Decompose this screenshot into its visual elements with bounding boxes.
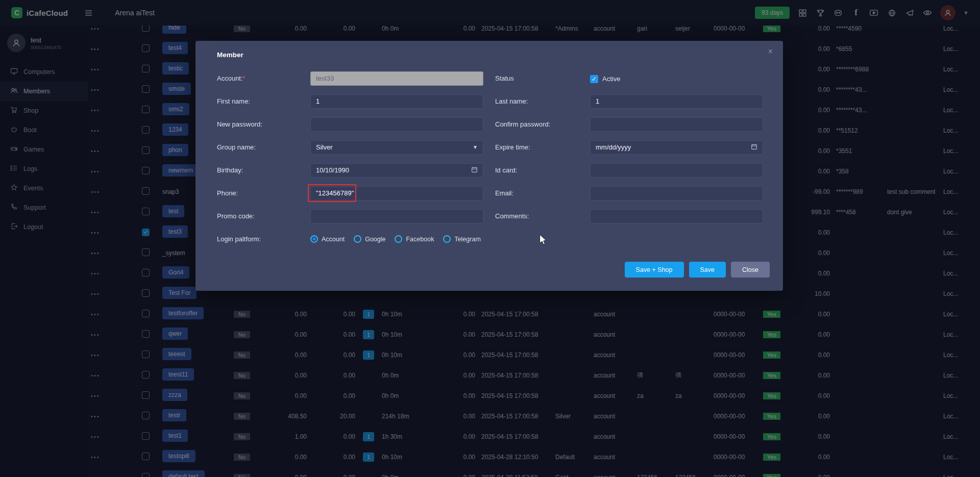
account-label: Account:* (217, 74, 310, 82)
phone-field[interactable] (310, 186, 483, 200)
platform-option-label: Telegram (454, 236, 480, 243)
first-name-label: First name: (217, 97, 310, 105)
confirm-password-field[interactable] (590, 117, 763, 132)
select-caret-icon: ▼ (473, 144, 478, 150)
platform-option-label: Google (365, 236, 385, 243)
calendar-icon[interactable] (751, 143, 757, 152)
email-field[interactable] (590, 186, 763, 200)
platform-options: AccountGoogleFacebookTelegram (310, 235, 481, 243)
platform-option-label: Facebook (406, 236, 434, 243)
radio-icon[interactable] (354, 235, 361, 243)
platform-option-facebook[interactable]: Facebook (395, 235, 434, 243)
group-select[interactable]: Silver ▼ (310, 140, 483, 155)
email-label: Email: (495, 189, 590, 197)
birthday-label: Birthday: (217, 166, 310, 174)
phone-label: Phone: (217, 189, 310, 197)
save-button[interactable]: Save (689, 262, 726, 278)
save-shop-button[interactable]: Save + Shop (625, 262, 684, 278)
radio-icon[interactable] (443, 235, 451, 243)
account-field[interactable] (310, 71, 483, 86)
birthday-field[interactable]: 10/10/1990 (310, 163, 483, 178)
promo-code-field[interactable] (310, 209, 483, 223)
platform-option-telegram[interactable]: Telegram (443, 235, 480, 243)
radio-icon[interactable] (395, 235, 402, 243)
group-name-label: Group name: (217, 143, 310, 151)
status-checkbox-label: Active (602, 75, 620, 83)
id-card-field[interactable] (590, 163, 763, 178)
platform-option-label: Account (322, 236, 345, 243)
close-icon[interactable]: × (768, 47, 773, 56)
status-checkbox[interactable]: ✓ (590, 75, 598, 83)
login-platform-label: Login paltform: (217, 235, 310, 243)
new-password-field[interactable] (310, 117, 483, 132)
first-name-field[interactable] (310, 94, 483, 109)
comments-field[interactable] (590, 209, 763, 223)
radio-icon[interactable] (310, 235, 318, 243)
comments-label: Comments: (495, 212, 590, 220)
member-modal: Member × Account:* Status ✓Active First … (195, 41, 783, 291)
platform-option-google[interactable]: Google (354, 235, 385, 243)
confirm-password-label: Confirm password: (495, 120, 590, 128)
last-name-field[interactable] (590, 94, 763, 109)
status-label: Status (495, 74, 590, 82)
platform-option-account[interactable]: Account (310, 235, 345, 243)
expire-time-label: Expire time: (495, 143, 590, 151)
calendar-icon[interactable] (471, 166, 478, 174)
last-name-label: Last name: (495, 97, 590, 105)
expire-time-field[interactable]: mm/dd/yyyy (590, 140, 763, 155)
new-password-label: New password: (217, 120, 310, 128)
promo-code-label: Promo code: (217, 212, 310, 220)
modal-title: Member (195, 41, 783, 62)
id-card-label: Id card: (495, 166, 590, 174)
close-button[interactable]: Close (731, 262, 770, 278)
